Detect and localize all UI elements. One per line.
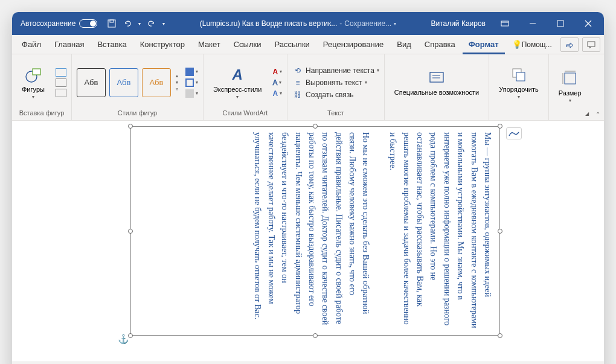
ribbon-display-icon[interactable] bbox=[492, 12, 518, 35]
tab-layout[interactable]: Макет bbox=[192, 35, 226, 54]
tab-mailings[interactable]: Рассылки bbox=[268, 35, 315, 54]
autosave-toggle[interactable]: Автосохранение bbox=[21, 19, 97, 28]
text-fill-button[interactable]: A▾ bbox=[272, 68, 282, 76]
tab-file[interactable]: Файл bbox=[16, 35, 47, 54]
resize-handle-sw[interactable] bbox=[128, 333, 133, 338]
tab-home[interactable]: Главная bbox=[48, 35, 90, 54]
resize-handle-e[interactable] bbox=[498, 229, 502, 234]
alt-text-button[interactable]: Специальные возможности bbox=[390, 60, 484, 105]
undo-icon[interactable] bbox=[123, 19, 132, 28]
tab-review[interactable]: Рецензирование bbox=[317, 35, 390, 54]
text-direction-icon: ⟲ bbox=[292, 66, 303, 75]
textbox-shape-icon[interactable] bbox=[56, 68, 66, 77]
layout-options-button[interactable] bbox=[506, 127, 522, 139]
tab-tellme[interactable]: 💡 Помощ... bbox=[506, 35, 558, 54]
wordart-label: Экспресс-стили bbox=[213, 86, 261, 93]
group-accessibility: Специальные возможности bbox=[385, 54, 489, 120]
minimize-button[interactable] bbox=[519, 12, 546, 35]
textbox-content[interactable]: Мы — группа энтузиастов, одержимых идеей… bbox=[251, 132, 494, 330]
chevron-down-icon: ▾ bbox=[236, 94, 239, 100]
scroll-up-icon[interactable]: ▴ bbox=[176, 73, 178, 78]
style-gallery-nav: ▴ ▾ ▿ bbox=[176, 73, 178, 92]
size-button[interactable]: Размер ▾ bbox=[554, 64, 586, 109]
app-window: Автосохранение ▾ ▾ (Lumpics.ru) Как в Во… bbox=[12, 12, 604, 364]
text-direction-button[interactable]: ⟲Направление текста▾ bbox=[292, 66, 379, 75]
more-styles-icon[interactable]: ▿ bbox=[176, 86, 178, 92]
text-fill-icon: A bbox=[272, 68, 278, 76]
shape-fill-button[interactable]: ▾ bbox=[185, 68, 198, 76]
chevron-down-icon: ▾ bbox=[518, 94, 520, 100]
wordart-group-label: Стили WordArt bbox=[208, 108, 282, 118]
tab-insert[interactable]: Вставка bbox=[91, 35, 132, 54]
resize-handle-w[interactable] bbox=[128, 229, 133, 234]
redo-icon[interactable] bbox=[147, 19, 156, 28]
textbox-selection[interactable]: Мы — группа энтузиастов, одержимых идеей… bbox=[128, 124, 502, 338]
shapes-label: Фигуры bbox=[22, 86, 45, 93]
wordart-icon: A bbox=[228, 65, 247, 85]
tab-help[interactable]: Справка bbox=[419, 35, 461, 54]
arrange-label: Упорядочить bbox=[499, 86, 538, 93]
undo-dropdown[interactable]: ▾ bbox=[138, 21, 141, 27]
maximize-button[interactable] bbox=[547, 12, 574, 35]
svg-rect-11 bbox=[430, 72, 443, 82]
align-text-icon: ≡ bbox=[292, 78, 303, 87]
tab-references[interactable]: Ссылки bbox=[228, 35, 268, 54]
shape-styles-group-label: Стили фигур bbox=[77, 108, 198, 118]
tab-view[interactable]: Вид bbox=[391, 35, 417, 54]
shapes-button[interactable]: Фигуры ▾ bbox=[17, 60, 50, 105]
shape-outline-button[interactable]: ▾ bbox=[185, 78, 198, 87]
link-icon: ⛓ bbox=[292, 91, 303, 99]
save-icon[interactable] bbox=[107, 19, 117, 28]
document-title: (Lumpics.ru) Как в Ворде писать вертик..… bbox=[200, 19, 338, 28]
toggle-switch[interactable] bbox=[79, 19, 97, 28]
size-label: Размер bbox=[559, 89, 582, 97]
document-area[interactable]: ⚓ Мы — группа энтузиастов, одержимых иде… bbox=[12, 121, 604, 362]
tab-format[interactable]: Формат bbox=[463, 35, 505, 54]
tab-design[interactable]: Конструктор bbox=[134, 35, 191, 54]
draw-textbox-icon[interactable] bbox=[56, 89, 66, 97]
shape-format-controls: ▾ ▾ ▾ bbox=[185, 68, 198, 98]
resize-handle-ne[interactable] bbox=[498, 124, 502, 129]
scroll-down-icon[interactable]: ▾ bbox=[176, 80, 178, 85]
wordart-styles-button[interactable]: A Экспресс-стили ▾ bbox=[208, 60, 266, 105]
close-button[interactable] bbox=[575, 12, 602, 35]
group-arrange: Упорядочить ▾ bbox=[489, 54, 548, 120]
effects-icon bbox=[185, 89, 194, 98]
resize-handle-se[interactable] bbox=[498, 333, 502, 338]
create-link-button[interactable]: ⛓Создать связь bbox=[292, 91, 379, 99]
align-text-button[interactable]: ≡Выровнять текст▾ bbox=[292, 78, 379, 87]
svg-rect-0 bbox=[108, 20, 115, 27]
shape-style-1[interactable]: Абв bbox=[77, 68, 106, 97]
text-group-label: Текст bbox=[292, 108, 379, 118]
title-dropdown[interactable]: ▾ bbox=[394, 21, 396, 27]
user-name[interactable]: Виталий Каиров bbox=[431, 19, 486, 28]
title-bar: Автосохранение ▾ ▾ (Lumpics.ru) Как в Во… bbox=[12, 12, 604, 35]
text-outline-button[interactable]: A▾ bbox=[272, 78, 282, 87]
collapse-ribbon-icon[interactable]: ⌃ bbox=[595, 111, 600, 118]
shape-style-3[interactable]: Абв bbox=[142, 68, 171, 97]
resize-handle-nw[interactable] bbox=[128, 124, 133, 129]
text-effects-button[interactable]: A▾ bbox=[272, 89, 282, 98]
status-bar: Страница 1 из 1 Слово 113 из 113 📖 русск… bbox=[12, 362, 604, 364]
autosave-label: Автосохранение bbox=[21, 19, 75, 28]
group-insert-shapes: Фигуры ▾ Вставка фигур bbox=[12, 54, 72, 120]
text-effects-icon: A bbox=[272, 89, 278, 98]
textbox[interactable]: Мы — группа энтузиастов, одержимых идеей… bbox=[136, 132, 494, 330]
dialog-launcher-icon[interactable]: ◢ bbox=[585, 111, 589, 117]
ribbon-tabs: Файл Главная Вставка Конструктор Макет С… bbox=[12, 35, 604, 54]
fill-icon bbox=[185, 68, 194, 76]
edit-shape-icon[interactable] bbox=[56, 78, 66, 87]
titlebar-left: Автосохранение ▾ ▾ bbox=[14, 19, 165, 28]
resize-handle-n[interactable] bbox=[313, 124, 318, 129]
shape-style-2[interactable]: Абв bbox=[109, 68, 138, 97]
comments-button[interactable] bbox=[582, 37, 600, 52]
insert-shapes-group-label: Вставка фигур bbox=[17, 108, 66, 118]
qat-customize[interactable]: ▾ bbox=[162, 21, 165, 27]
share-button[interactable] bbox=[560, 37, 579, 52]
shape-effects-button[interactable]: ▾ bbox=[185, 89, 198, 98]
text-format-controls: A▾ A▾ A▾ bbox=[272, 68, 282, 98]
resize-handle-s[interactable] bbox=[313, 333, 318, 338]
svg-rect-5 bbox=[557, 21, 563, 27]
svg-rect-2 bbox=[501, 21, 509, 26]
arrange-button[interactable]: Упорядочить ▾ bbox=[494, 60, 543, 105]
